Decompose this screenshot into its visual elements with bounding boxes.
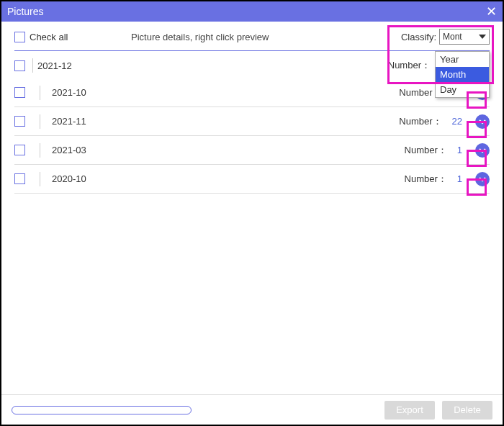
- list-item: 2021-11 Number： 22: [14, 107, 490, 136]
- row-count: 22: [452, 116, 462, 127]
- chevron-down-icon: [479, 35, 486, 39]
- row-checkbox[interactable]: [14, 87, 25, 98]
- row-divider: [40, 172, 40, 186]
- list-item: 2020-10 Number： 1: [14, 165, 490, 194]
- title-bar: Pictures ✕: [1, 1, 503, 22]
- classify-label: Classify:: [401, 32, 436, 42]
- dropdown-option-year[interactable]: Year: [436, 52, 489, 67]
- classify-select[interactable]: Mont: [439, 29, 490, 45]
- list-item: 2021-10 Number： 86: [14, 78, 490, 107]
- delete-button[interactable]: Delete: [442, 401, 492, 420]
- row-divider: [32, 58, 33, 73]
- row-divider: [40, 143, 40, 158]
- chevron-down-icon: [478, 175, 487, 183]
- check-all-label: Check all: [30, 32, 68, 42]
- hint-text: Picture details, right click preview: [131, 32, 269, 42]
- dropdown-option-month[interactable]: Month: [436, 67, 489, 82]
- expand-button[interactable]: [475, 114, 490, 129]
- row-checkbox[interactable]: [14, 173, 25, 184]
- classify-dropdown-menu: Year Month Day: [435, 51, 490, 98]
- close-icon[interactable]: ✕: [486, 5, 497, 18]
- list-item: 2021-03 Number： 1: [14, 136, 490, 165]
- row-checkbox[interactable]: [14, 60, 25, 71]
- classify-value: Mont: [443, 32, 462, 42]
- row-date: 2021-10: [52, 87, 392, 98]
- row-checkbox[interactable]: [14, 145, 25, 155]
- row-number-label: Number：: [405, 173, 447, 186]
- picture-list: 2021-10 Number： 86 2021-11 Number： 22 20…: [1, 78, 503, 194]
- chevron-down-icon: [478, 146, 487, 155]
- footer-bar: Export Delete: [1, 394, 503, 425]
- row-date: 2021-11: [52, 116, 392, 127]
- row-date: 2020-10: [52, 173, 397, 184]
- row-checkbox[interactable]: [14, 116, 25, 127]
- expand-button[interactable]: [475, 172, 490, 186]
- expand-button[interactable]: [475, 143, 490, 158]
- row-count: 1: [457, 173, 462, 184]
- header-row: Check all Picture details, right click p…: [1, 22, 503, 50]
- chevron-down-icon: [478, 117, 487, 126]
- window-title: Pictures: [7, 6, 44, 17]
- row-date: 2021-03: [52, 145, 397, 155]
- check-all-checkbox[interactable]: [14, 32, 25, 42]
- row-date: 2021-12: [37, 60, 72, 71]
- row-number-label: Number：: [405, 144, 447, 157]
- row-count: 1: [457, 145, 462, 155]
- row-number-label: Number：: [399, 115, 441, 128]
- classify-control: Classify: Mont: [401, 29, 490, 45]
- progress-bar: [12, 406, 192, 414]
- row-divider: [40, 114, 40, 129]
- row-divider: [40, 86, 40, 100]
- dropdown-option-day[interactable]: Day: [436, 82, 489, 97]
- export-button[interactable]: Export: [384, 401, 435, 420]
- list-first-row: 2021-12 Number： Year Month Day: [1, 51, 503, 78]
